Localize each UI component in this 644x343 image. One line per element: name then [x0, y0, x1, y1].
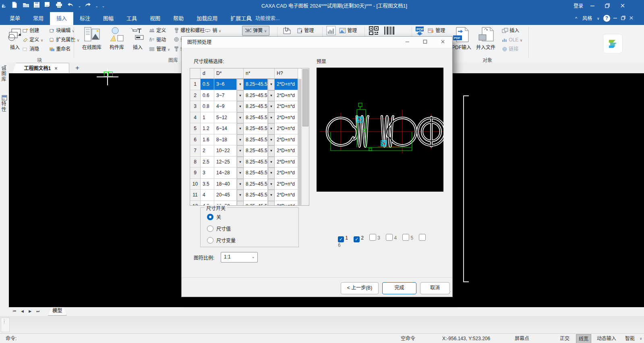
preview-checkbox-1[interactable]: ✓ 1: [338, 235, 348, 241]
table-row-8[interactable]: 82.512~25▼8.25~45.5▼2*D+n*d: [190, 157, 309, 168]
ribbon-lib-define-button[interactable]: 定义: [149, 26, 166, 35]
cell-n[interactable]: 8.25~45.5: [244, 79, 268, 90]
cell-n-dropdown-icon[interactable]: ▼: [268, 190, 275, 201]
table-header-3[interactable]: n*: [244, 68, 275, 79]
cell-n[interactable]: 8.25~45.5: [244, 167, 268, 179]
cell-D-dropdown-icon[interactable]: ▼: [237, 101, 244, 112]
cell-d[interactable]: 1.6: [201, 134, 214, 146]
cell-n[interactable]: 8.25~45.5: [244, 101, 268, 112]
row-number[interactable]: 10: [190, 179, 201, 190]
window-minimize-icon[interactable]: [590, 3, 602, 8]
checkbox-icon[interactable]: ✓: [338, 236, 344, 242]
ribbon-component-library-button[interactable]: 构件库: [106, 26, 128, 50]
dim-switch-option-2[interactable]: 尺寸变量: [207, 237, 236, 244]
cell-D-dropdown-icon[interactable]: ▼: [237, 179, 244, 190]
cell-H[interactable]: 2*D+n*d: [275, 101, 298, 112]
row-number[interactable]: 3: [190, 101, 201, 112]
document-tab[interactable]: 工程图文档1 ×: [12, 63, 69, 74]
cell-d[interactable]: 0.8: [201, 101, 214, 112]
table-row-1[interactable]: 10.53~6▼8.25~45.5▼2*D+n*d: [190, 79, 309, 90]
preview-checkbox-5[interactable]: 5: [402, 235, 413, 241]
ribbon-ole-button[interactable]: OLE ∨: [502, 35, 522, 45]
row-number[interactable]: 5: [190, 123, 201, 134]
ribbon-qrcode-button[interactable]: [369, 26, 379, 35]
dialog-close-icon[interactable]: [435, 37, 451, 48]
status-dynamic-input-toggle[interactable]: 动态输入: [597, 334, 616, 343]
cell-d[interactable]: 2.5: [201, 157, 214, 168]
save-as-icon[interactable]: [44, 2, 53, 10]
ribbon-chart-button[interactable]: [326, 26, 336, 35]
cell-H[interactable]: 2*D+n*d: [275, 190, 298, 201]
cell-n-dropdown-icon[interactable]: ▼: [268, 79, 275, 90]
dim-switch-option-0[interactable]: 关: [207, 213, 236, 220]
cell-n[interactable]: 8.25~45.5: [244, 190, 268, 201]
save-icon[interactable]: [33, 2, 42, 10]
cell-D[interactable]: 8~18: [214, 134, 237, 146]
menu-tab-6[interactable]: 视图: [143, 12, 167, 25]
checkbox-icon[interactable]: [402, 234, 409, 241]
ribbon-pdf-button[interactable]: PDF: [415, 26, 425, 35]
menu-tab-4[interactable]: 图幅: [97, 12, 120, 25]
cell-n[interactable]: 8.25~45.5: [244, 201, 268, 206]
doc-minimize-icon[interactable]: [613, 16, 619, 20]
ribbon-rename-button[interactable]: 重命名: [49, 45, 70, 54]
checkbox-icon[interactable]: [386, 234, 393, 241]
cell-n-dropdown-icon[interactable]: ▼: [268, 134, 275, 146]
row-number[interactable]: 4: [190, 112, 201, 124]
brand-logo[interactable]: [603, 34, 623, 54]
cell-n[interactable]: 8.25~45.5: [244, 123, 268, 134]
row-number[interactable]: 9: [190, 167, 201, 179]
ribbon-pdf-input-button[interactable]: PDF PDF输入: [451, 26, 472, 50]
cell-n-dropdown-icon[interactable]: ▼: [268, 157, 275, 168]
cell-d[interactable]: 0.5: [201, 79, 214, 90]
row-number[interactable]: 2: [190, 90, 201, 101]
ribbon-lib-manage-button[interactable]: 管理 ∨: [149, 45, 170, 54]
row-number[interactable]: 6: [190, 134, 201, 146]
radio-icon[interactable]: [207, 225, 213, 232]
spec-table[interactable]: dD*n*H?10.53~6▼8.25~45.5▼2*D+n*d20.63~7▼…: [190, 68, 309, 206]
ribbon-block-edit-button[interactable]: 块编辑 ∨: [49, 26, 75, 35]
sheet-last-button[interactable]: ⏭: [35, 309, 41, 314]
print-icon[interactable]: [56, 2, 64, 10]
ribbon-link-button[interactable]: 链接: [502, 45, 518, 54]
ribbon-spring-button[interactable]: 弹簧 ∨: [242, 26, 269, 36]
ribbon-image-manage-button[interactable]: 管理: [339, 26, 357, 35]
finish-button[interactable]: 完成: [382, 282, 416, 294]
sidebar-tab-properties[interactable]: 特性: [0, 95, 9, 112]
cell-n-dropdown-icon[interactable]: ▼: [268, 201, 275, 206]
style-dropdown-icon[interactable]: ∨: [597, 12, 600, 25]
cell-H[interactable]: 2*D+n*d: [275, 179, 298, 190]
cell-n-dropdown-icon[interactable]: ▼: [268, 145, 275, 157]
cell-n[interactable]: 8.25~45.5: [244, 112, 268, 124]
ribbon-define-button[interactable]: 定义 ∨: [23, 35, 43, 45]
cell-H[interactable]: 2*D+n*d: [275, 157, 298, 168]
row-number[interactable]: 8: [190, 157, 201, 168]
cell-n[interactable]: 8.25~45.5: [244, 157, 268, 168]
ribbon-create-button[interactable]: 创建: [23, 26, 39, 35]
cell-D[interactable]: 12~25: [214, 157, 237, 168]
preview-viewport[interactable]: [317, 68, 443, 192]
checkbox-icon[interactable]: ✓: [354, 236, 360, 242]
dialog-minimize-icon[interactable]: [399, 37, 415, 48]
undo-icon[interactable]: [66, 2, 75, 10]
login-button[interactable]: 登录: [574, 0, 583, 12]
cell-D-dropdown-icon[interactable]: ▼: [237, 157, 244, 168]
help-icon[interactable]: ?: [603, 15, 610, 22]
table-row-6[interactable]: 61.68~18▼8.25~45.5▼2*D+n*d: [190, 134, 309, 146]
ribbon-pin-button[interactable]: 销 ∨: [205, 26, 221, 35]
smart-snap-dropdown-icon[interactable]: ∨: [640, 334, 642, 343]
sidebar-tab-library[interactable]: 图库: [0, 64, 9, 82]
cell-n-dropdown-icon[interactable]: ▼: [268, 90, 275, 101]
cell-d[interactable]: 0.6: [201, 90, 214, 101]
checkbox-icon[interactable]: [369, 234, 376, 241]
table-row-10[interactable]: 103.518~40▼8.25~45.5▼2*D+n*d: [190, 179, 309, 190]
document-tab-close-icon[interactable]: ×: [55, 66, 58, 71]
table-row-5[interactable]: 51.26~14▼8.25~45.5▼2*D+n*d: [190, 123, 309, 134]
window-restore-icon[interactable]: [605, 3, 617, 8]
cell-H[interactable]: 2*D+n*d: [275, 112, 298, 124]
menu-tab-5[interactable]: 工具: [120, 12, 143, 25]
row-number[interactable]: 11: [190, 190, 201, 201]
table-header-4[interactable]: H?: [275, 68, 298, 79]
back-button[interactable]: < 上一步(B): [341, 282, 379, 294]
window-close-icon[interactable]: [620, 3, 632, 8]
